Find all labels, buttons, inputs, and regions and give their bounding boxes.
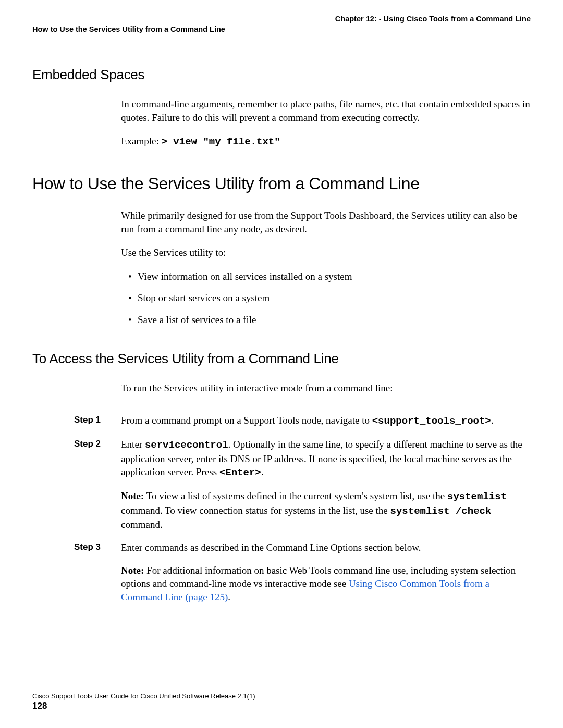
services-utility-body: While primarily designed for use from th… [121,209,531,327]
example-label: Example: [121,135,162,146]
divider [32,405,531,405]
step-body: Enter commands as described in the Comma… [121,541,531,604]
code: systemlist [447,491,507,502]
step-body: From a command prompt on a Support Tools… [121,414,531,428]
list-item: Save a list of services to a file [128,313,531,327]
note-label: Note: [121,565,144,576]
list-item: View information on all services install… [128,270,531,283]
text: To view a list of systems defined in the… [144,490,447,501]
text: Enter [121,439,145,450]
step1-text: From a command prompt on a Support Tools… [121,414,531,428]
footer-rule [32,690,531,690]
services-intro: While primarily designed for use from th… [121,209,531,236]
step3-note: Note: For additional information on basi… [121,564,531,604]
example-code: > view "my file.txt" [162,136,280,147]
step3-text: Enter commands as described in the Comma… [121,541,531,554]
text: . [228,591,230,602]
embedded-spaces-body: In command-line arguments, remember to p… [121,97,531,149]
note-label: Note: [121,490,144,501]
embedded-spaces-example: Example: > view "my file.txt" [121,134,531,149]
access-intro-block: To run the Services utility in interacti… [121,381,531,395]
footer-title: Cisco Support Tools User Guide for Cisco… [32,692,531,700]
step2-text: Enter servicecontrol. Optionally in the … [121,438,531,480]
heading-services-utility: How to Use the Services Utility from a C… [32,174,531,193]
services-bullets: View information on all services install… [128,270,531,327]
step-row: Step 2 Enter servicecontrol. Optionally … [32,438,531,532]
step-row: Step 1 From a command prompt on a Suppor… [32,414,531,428]
text: command. To view connection status for s… [121,505,390,516]
page: Chapter 12: - Using Cisco Tools from a C… [0,0,563,728]
code: servicecontrol [145,439,228,451]
embedded-spaces-para: In command-line arguments, remember to p… [121,97,531,124]
section-header: How to Use the Services Utility from a C… [32,25,531,35]
divider [32,613,531,613]
access-intro: To run the Services utility in interacti… [121,381,531,395]
step-label: Step 2 [74,438,121,532]
text: . [261,466,264,477]
heading-access-services: To Access the Services Utility from a Co… [32,351,531,367]
code: <Enter> [219,467,261,478]
step-body: Enter servicecontrol. Optionally in the … [121,438,531,532]
step-label: Step 1 [74,414,121,428]
step2-note: Note: To view a list of systems defined … [121,489,531,532]
code: <support_tools_root> [372,415,491,427]
text: . [491,415,494,426]
step-row: Step 3 Enter commands as described in th… [32,541,531,604]
heading-embedded-spaces: Embedded Spaces [32,67,531,83]
step-label: Step 3 [74,541,121,604]
page-footer: Cisco Support Tools User Guide for Cisco… [32,690,531,711]
chapter-header: Chapter 12: - Using Cisco Tools from a C… [32,15,531,23]
services-use-label: Use the Services utility to: [121,246,531,260]
code: systemlist /check [390,505,492,517]
steps-block: Step 1 From a command prompt on a Suppor… [32,405,531,613]
text: From a command prompt on a Support Tools… [121,415,372,426]
text: command. [121,519,163,530]
list-item: Stop or start services on a system [128,291,531,305]
page-number: 128 [32,701,531,711]
